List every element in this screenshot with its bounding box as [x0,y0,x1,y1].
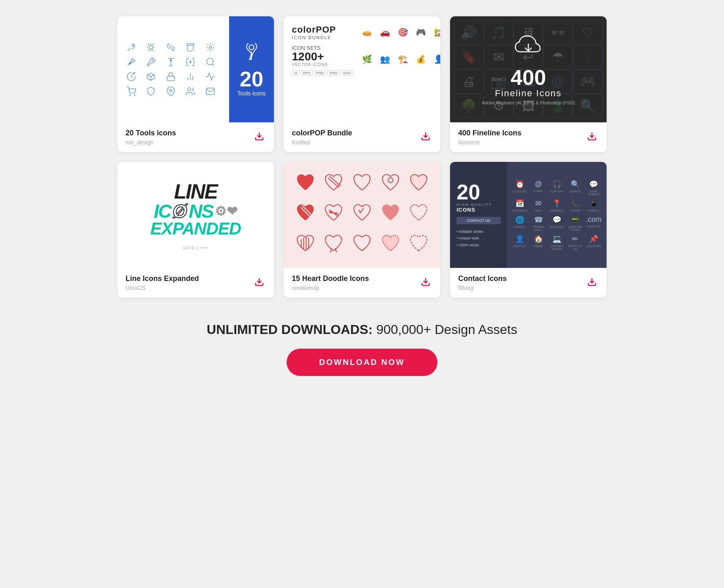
ci-world: 🌐 WORLD [512,215,528,231]
ci-contactonline-label: CONTACT ONLINE [549,245,564,250]
ci-world-label: WORLD [514,225,525,228]
cp-icon-4: 🎮 [413,24,429,40]
fineline-download-button[interactable] [585,130,598,145]
tool-icon-18 [165,86,177,97]
card-fineline-image: 🔊 🎵 🖥 👓 ♡ 🔖 ✉ ↩ ☂ ↓ 🖨 📷 ☁ @ 🎮 🌳 [450,16,607,122]
fineline-title-text: Fineline Icons [482,88,575,99]
tool-icon-4 [185,42,196,53]
ci-support-label: SUPPORT [550,190,564,193]
ci-contactonline-icon: 💻 [552,234,561,243]
bg-icon-tree: 🌳 [454,94,484,118]
svg-rect-9 [167,76,174,81]
heart-15 [408,233,429,258]
cp-icon-2: 🚗 [377,24,393,40]
hearts-download-button[interactable] [419,275,432,291]
ci-calendar: 📅 CALENDAR [512,199,528,212]
tool-icon-14 [185,71,196,82]
tools-download-button[interactable] [253,130,266,145]
bg-icon-arrow-down: ↓ [573,45,603,69]
contact-features: • Editable stroke • Unique style • 100% … [457,228,501,248]
heart-3 [351,172,373,197]
contact-quality: HIGH QUALITY [457,203,501,207]
ci-website-label: WEBSITE [587,225,600,228]
svg-point-12 [170,89,172,92]
line-decorative-icons: ⚙❤ [215,203,238,219]
ci-mail-icon: ✉ [535,199,541,208]
cp-icon-11: 👤 [431,51,440,67]
card-hearts: 15 Heart Doodle Icons creativevip [284,162,440,298]
ci-calendar-icon: 📅 [515,199,524,208]
fineline-author: ikonome [458,139,521,146]
ci-mobile-icon: 📱 [589,199,598,208]
format-svg: SVG [341,70,353,76]
tool-icon-8 [165,56,177,68]
line-word-expanded: EXPANDED [150,219,241,238]
colorpop-count-label: VECTOR ICONS [292,62,353,67]
svg-point-19 [388,178,393,183]
ci-email-label: E-MAIL [534,190,543,192]
bg-icon-lens: 🔍 [573,94,603,118]
line-icons-unio-logo: unio | ▪▪▪ [150,245,241,250]
ci-contact: 👤 CONTACT [512,234,528,250]
ci-email-icon: @ [534,180,542,188]
line-icons-author: UnioCS [126,285,199,291]
contact-count: 20 [457,181,501,203]
ci-chat: 💬 CHAT BUBBLE [586,180,602,196]
ci-website-icon: .com [586,215,602,224]
tool-icon-19 [185,86,196,97]
contact-us-label: CONTACT US [457,217,501,224]
heart-13 [351,233,373,258]
bottom-cta-section: UNLIMITED DOWNLOADS: 900,000+ Design Ass… [117,322,607,376]
card-fineline-footer: 400 Fineline Icons ikonome [450,122,607,152]
svg-point-7 [207,58,213,65]
heart-9 [380,202,401,227]
bg-icon-heart: ♡ [573,20,603,45]
tool-icon-16 [126,86,137,97]
heart-6 [295,202,316,227]
tool-icon-3 [165,42,177,53]
format-png: PNG [327,70,340,76]
ci-chat-icon: 💬 [589,180,598,189]
ci-address: 📍 ADDRESS [549,199,564,212]
cp-icon-10: 💰 [413,51,429,67]
ci-location-label: LOCATION [587,245,601,248]
tool-icon-17 [145,86,157,97]
ci-writeto-label: WRITE TO US [567,245,583,250]
tool-icon-1 [126,42,137,53]
ci-24hours: ⏰ 24 HOURS [512,180,528,196]
cp-icon-9: 🏗️ [395,51,411,67]
ci-support-icon: 🎧 [552,180,561,189]
colorpop-download-button[interactable] [419,130,432,145]
card-line-footer: Line Icons Expanded UnioCS [117,268,274,298]
ci-mobile-label: MOBILE [588,209,599,212]
cp-icon-8: 👥 [377,51,393,67]
svg-rect-2 [187,44,194,45]
heart-8 [351,202,373,227]
tool-icon-20 [205,86,216,97]
ci-message: 💬 MESSAGE [549,215,564,231]
heart-4 [380,172,401,197]
line-icons-title: Line Icons Expanded [126,274,199,283]
contact-download-button[interactable] [585,275,598,291]
ci-search: 🔍 SEARCH [567,180,583,196]
ci-home: 🏠 HOME [531,234,546,250]
heart-2 [323,172,344,197]
ci-phone: 📞 PHONE [567,199,583,212]
contact-title: Contact Icons [458,274,507,283]
feature-3: • 100% vector [457,242,501,248]
ci-message-label: MESSAGE [550,225,564,228]
line-icons-download-button[interactable] [253,275,266,291]
format-ai: AI [292,70,300,76]
ci-contact-icon: 👤 [515,234,524,243]
tool-icon-15 [205,71,216,82]
ci-phonecall-label: PHONE CALL [531,225,546,231]
ci-landline-label: LANDLINE PHONE [567,225,583,231]
ci-email: @ E-MAIL [531,180,546,196]
ci-phone-label: PHONE [570,209,580,212]
heart-10 [408,202,429,227]
download-now-button[interactable]: DOWNLOAD NOW [287,349,437,376]
colorpop-author: Krafted [292,139,352,146]
contact-info-panel: 20 HIGH QUALITY ICONS CONTACT US • Edita… [450,162,507,268]
feature-2: • Unique style [457,235,501,241]
fineline-center-info: 400 Fineline Icons Adobe Illustrator (AI… [482,33,575,105]
